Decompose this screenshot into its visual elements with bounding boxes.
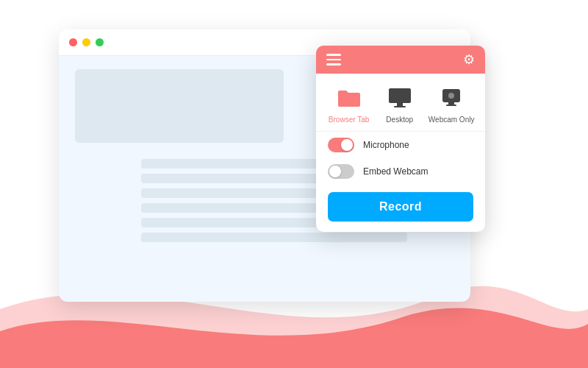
settings-icon[interactable]: ⚙ [463,53,475,66]
dot-red [69,38,77,46]
desktop-icon [386,84,414,112]
recording-popup: ⚙ Browser Tab Desktop [316,46,485,232]
browser-tab-icon [335,84,363,112]
embed-webcam-toggle[interactable] [328,164,354,179]
toggle-knob [329,166,341,177]
webcam-only-label: Webcam Only [429,116,475,124]
record-button[interactable]: Record [328,192,473,222]
svg-point-4 [448,93,454,99]
embed-webcam-toggle-row: Embed Webcam [316,158,485,185]
svg-rect-1 [397,103,403,106]
content-image-placeholder [75,69,284,143]
webcam-icon [437,84,465,112]
microphone-toggle[interactable] [328,138,354,152]
hamburger-line [326,63,341,66]
source-option-webcam[interactable]: Webcam Only [429,84,475,124]
dot-green [96,38,104,46]
svg-rect-6 [446,105,456,106]
record-button-container: Record [316,185,485,232]
dot-yellow [82,38,90,46]
embed-webcam-label: Embed Webcam [363,166,428,177]
svg-rect-0 [389,88,411,103]
source-option-browser-tab[interactable]: Browser Tab [327,84,371,124]
browser-tab-label: Browser Tab [329,116,369,124]
microphone-toggle-row: Microphone [316,132,485,158]
toggle-knob [341,139,353,151]
hamburger-line [326,54,341,56]
source-option-desktop[interactable]: Desktop [378,84,422,124]
hamburger-line [326,59,341,61]
popup-header: ⚙ [316,46,485,74]
desktop-label: Desktop [386,116,413,124]
source-options: Browser Tab Desktop [316,74,485,132]
microphone-label: Microphone [363,140,409,150]
svg-rect-5 [448,102,454,105]
svg-rect-2 [394,106,406,107]
hamburger-menu-button[interactable] [326,54,341,66]
content-line [141,233,407,242]
